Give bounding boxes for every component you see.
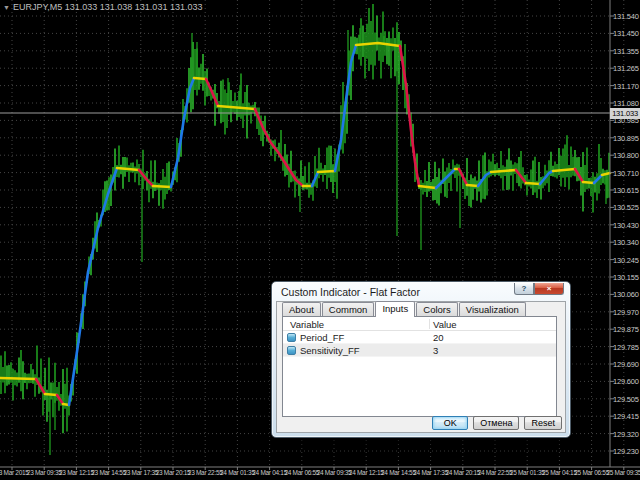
price-axis-label: 130.430 xyxy=(613,221,639,230)
tab-inputs[interactable]: Inputs xyxy=(375,301,415,317)
help-icon: ? xyxy=(522,284,527,293)
time-axis-label: 23 Mar 14:55 xyxy=(91,469,126,476)
tab-colors[interactable]: Colors xyxy=(416,302,457,316)
time-axis-label: 25 Mar 04:15 xyxy=(542,469,577,476)
dialog-tabs: AboutCommonInputsColorsVisualization xyxy=(282,303,560,316)
price-axis-label: 130.245 xyxy=(613,256,639,265)
time-axis-label: 25 Mar 06:55 xyxy=(574,469,609,476)
time-axis-label: 23 Mar 09:35 xyxy=(27,469,62,476)
ok-button[interactable]: OK xyxy=(432,416,468,430)
tab-common[interactable]: Common xyxy=(322,302,375,316)
close-button[interactable]: × xyxy=(534,283,564,295)
price-axis-label: 129.320 xyxy=(613,430,639,439)
int-parameter-icon xyxy=(287,346,296,355)
price-axis-label: 131.170 xyxy=(613,82,639,91)
column-separator xyxy=(429,319,430,329)
time-axis-label: 24 Mar 14:55 xyxy=(381,469,416,476)
time-axis-label: 23 Mar 22:55 xyxy=(188,469,223,476)
column-header-variable: Variable xyxy=(290,319,324,330)
symbol-ohlc-text: EURJPY,M5 131.033 131.038 131.031 131.03… xyxy=(13,2,202,12)
time-axis-label: 23 Mar 17:35 xyxy=(123,469,158,476)
param-value[interactable]: 3 xyxy=(433,345,438,356)
current-price-tag: 131.033 xyxy=(610,108,640,119)
param-name: Period_FF xyxy=(300,332,344,343)
price-axis-label: 129.600 xyxy=(613,377,639,386)
time-axis-label: 25 Mar 09:35 xyxy=(606,469,640,476)
param-value[interactable]: 20 xyxy=(433,332,444,343)
price-axis-label: 129.690 xyxy=(613,360,639,369)
param-row-sensitivity_ff[interactable]: Sensitivity_FF3 xyxy=(283,344,556,357)
time-axis-label: 23 Mar 12:15 xyxy=(59,469,94,476)
dialog-window-buttons: ? × xyxy=(514,283,564,295)
price-axis-label: 129.415 xyxy=(613,412,639,421)
price-axis-label: 129.505 xyxy=(613,395,639,404)
close-icon: × xyxy=(547,284,552,293)
column-header-value: Value xyxy=(433,319,457,330)
time-axis-label: 25 Mar 01:35 xyxy=(510,469,545,476)
price-axis-label: 130.060 xyxy=(613,290,639,299)
dialog-title: Custom Indicator - Flat Factor xyxy=(281,286,420,298)
price-axis-label: 130.800 xyxy=(613,151,639,160)
param-row-period_ff[interactable]: Period_FF20 xyxy=(283,331,556,344)
time-axis-label: 24 Mar 17:35 xyxy=(413,469,448,476)
help-button[interactable]: ? xyxy=(514,283,534,295)
price-axis-label: 131.450 xyxy=(613,29,639,38)
price-axis-label: 130.525 xyxy=(613,203,639,212)
time-axis-label: 24 Mar 09:35 xyxy=(317,469,352,476)
reset-button[interactable]: Reset xyxy=(524,416,562,430)
tab-visualization[interactable]: Visualization xyxy=(459,302,526,316)
tab-about[interactable]: About xyxy=(282,302,321,316)
price-axis-label: 131.265 xyxy=(613,64,639,73)
mt4-chart-window: ▼EURJPY,M5 131.033 131.038 131.031 131.0… xyxy=(0,0,640,480)
price-axis-label: 129.970 xyxy=(613,308,639,317)
params-table: Variable Value Period_FF20Sensitivity_FF… xyxy=(282,316,557,417)
time-axis-label: 23 Mar 20:15 xyxy=(156,469,191,476)
time-axis-label: 23 Mar 2015 xyxy=(0,469,29,476)
table-header: Variable Value xyxy=(283,317,556,331)
cancel-button[interactable]: Отмена xyxy=(473,416,519,430)
param-name: Sensitivity_FF xyxy=(300,345,360,356)
price-axis-label: 130.155 xyxy=(613,273,639,282)
symbol-ohlc-label: ▼EURJPY,M5 131.033 131.038 131.031 131.0… xyxy=(3,2,202,12)
price-axis-label: 129.875 xyxy=(613,325,639,334)
dialog-buttons: OKОтменаReset xyxy=(432,416,562,430)
price-axis-label: 129.230 xyxy=(613,447,639,456)
int-parameter-icon xyxy=(287,333,296,342)
dialog-client: AboutCommonInputsColorsVisualization Var… xyxy=(276,301,566,433)
time-axis-label: 24 Mar 04:15 xyxy=(252,469,287,476)
price-axis-label: 129.785 xyxy=(613,343,639,352)
time-axis[interactable]: 23 Mar 201523 Mar 09:3523 Mar 12:1523 Ma… xyxy=(0,467,640,480)
price-axis-label: 130.615 xyxy=(613,186,639,195)
symbol-dropdown-arrow-icon[interactable]: ▼ xyxy=(3,4,10,11)
price-axis[interactable]: 131.540131.450131.355131.265131.170131.0… xyxy=(610,0,640,467)
price-axis-label: 131.355 xyxy=(613,47,639,56)
time-axis-label: 24 Mar 22:55 xyxy=(478,469,513,476)
price-axis-label: 130.895 xyxy=(613,134,639,143)
indicator-dialog: Custom Indicator - Flat Factor ? × About… xyxy=(271,281,571,438)
price-axis-label: 130.340 xyxy=(613,238,639,247)
time-axis-label: 24 Mar 01:35 xyxy=(220,469,255,476)
dialog-titlebar[interactable]: Custom Indicator - Flat Factor ? × xyxy=(272,282,570,301)
price-axis-label: 131.540 xyxy=(613,12,639,21)
time-axis-label: 24 Mar 12:15 xyxy=(349,469,384,476)
time-axis-label: 24 Mar 06:55 xyxy=(284,469,319,476)
time-axis-label: 24 Mar 20:15 xyxy=(445,469,480,476)
price-axis-label: 130.710 xyxy=(613,169,639,178)
